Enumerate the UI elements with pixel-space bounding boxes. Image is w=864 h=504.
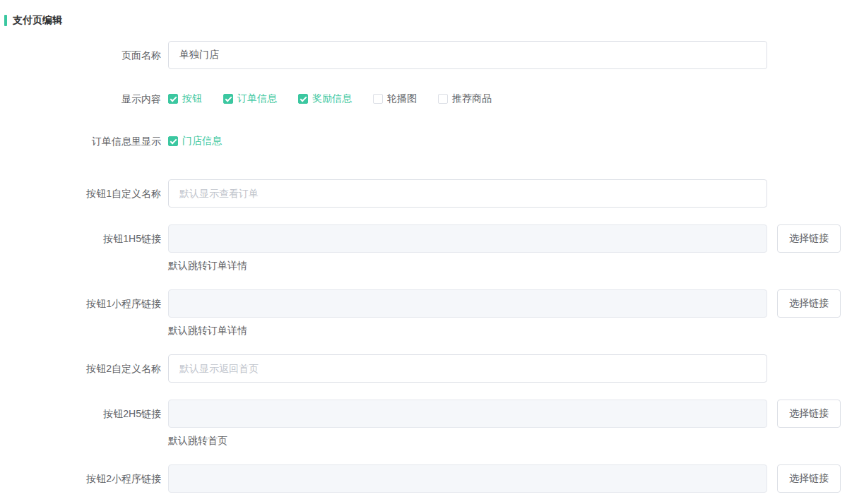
btn2-h5-select-link-button[interactable]: 选择链接: [777, 400, 841, 428]
display-content-label: 显示内容: [0, 92, 168, 106]
checkbox-label: 轮播图: [387, 92, 417, 105]
checkbox-icon: [373, 94, 383, 104]
checkbox-reward-info[interactable]: 奖励信息: [298, 92, 352, 105]
checkbox-label: 门店信息: [182, 135, 222, 148]
order-info-checkbox-group: 门店信息: [168, 134, 243, 148]
order-info-display-label: 订单信息里显示: [0, 134, 168, 148]
checkbox-button[interactable]: 按钮: [168, 92, 202, 105]
page-name-input[interactable]: [168, 41, 767, 69]
btn2-h5-link-label: 按钮2H5链接: [0, 400, 168, 428]
checkbox-icon: [168, 94, 178, 104]
row-btn2-custom-name: 按钮2自定义名称: [0, 354, 864, 383]
btn2-mini-link-input: [168, 464, 767, 493]
btn1-h5-select-link-button[interactable]: 选择链接: [777, 224, 841, 253]
checkbox-recommended-goods[interactable]: 推荐商品: [438, 92, 492, 105]
row-btn1-custom-name: 按钮1自定义名称: [0, 179, 864, 208]
checkbox-label: 奖励信息: [312, 92, 352, 105]
btn1-mini-select-link-button[interactable]: 选择链接: [777, 289, 841, 318]
btn1-h5-link-help: 默认跳转订单详情: [168, 258, 247, 272]
btn1-mini-link-help: 默认跳转订单详情: [168, 323, 247, 337]
checkbox-carousel[interactable]: 轮播图: [373, 92, 417, 105]
checkbox-order-info[interactable]: 订单信息: [223, 92, 277, 105]
checkbox-label: 订单信息: [237, 92, 277, 105]
btn1-h5-link-input: [168, 224, 767, 253]
checkbox-icon: [298, 94, 308, 104]
page-title: 支付页编辑: [13, 14, 62, 27]
btn1-custom-name-label: 按钮1自定义名称: [0, 179, 168, 208]
checkbox-store-info[interactable]: 门店信息: [168, 135, 222, 148]
checkbox-icon: [168, 136, 178, 146]
row-page-name: 页面名称: [0, 41, 864, 69]
row-btn2-mini-link: 按钮2小程序链接 选择链接: [0, 464, 864, 493]
btn2-custom-name-label: 按钮2自定义名称: [0, 354, 168, 383]
btn1-mini-link-label: 按钮1小程序链接: [0, 289, 168, 318]
row-display-content: 显示内容 按钮 订单信息 奖励信息 轮播图 推荐商品: [0, 92, 864, 106]
btn1-custom-name-input[interactable]: [168, 179, 767, 208]
row-btn1-mini-link: 按钮1小程序链接 选择链接 默认跳转订单详情: [0, 289, 864, 337]
btn1-h5-link-label: 按钮1H5链接: [0, 224, 168, 253]
btn2-h5-link-input: [168, 400, 767, 428]
page-name-label: 页面名称: [0, 41, 168, 69]
checkbox-icon: [223, 94, 233, 104]
btn2-h5-link-help: 默认跳转首页: [168, 433, 227, 448]
checkbox-icon: [438, 94, 448, 104]
btn2-custom-name-input[interactable]: [168, 354, 767, 383]
display-content-checkbox-group: 按钮 订单信息 奖励信息 轮播图 推荐商品: [168, 92, 513, 106]
checkbox-label: 按钮: [182, 92, 202, 105]
row-btn1-h5-link: 按钮1H5链接 选择链接 默认跳转订单详情: [0, 224, 864, 272]
section-accent-bar-icon: [4, 15, 7, 26]
btn1-mini-link-input: [168, 289, 767, 318]
checkbox-label: 推荐商品: [452, 92, 492, 105]
row-btn2-h5-link: 按钮2H5链接 选择链接 默认跳转首页: [0, 400, 864, 448]
btn2-mini-link-label: 按钮2小程序链接: [0, 464, 168, 493]
row-order-info-display: 订单信息里显示 门店信息: [0, 134, 864, 148]
section-header: 支付页编辑: [4, 13, 864, 28]
btn2-mini-select-link-button[interactable]: 选择链接: [777, 464, 841, 493]
